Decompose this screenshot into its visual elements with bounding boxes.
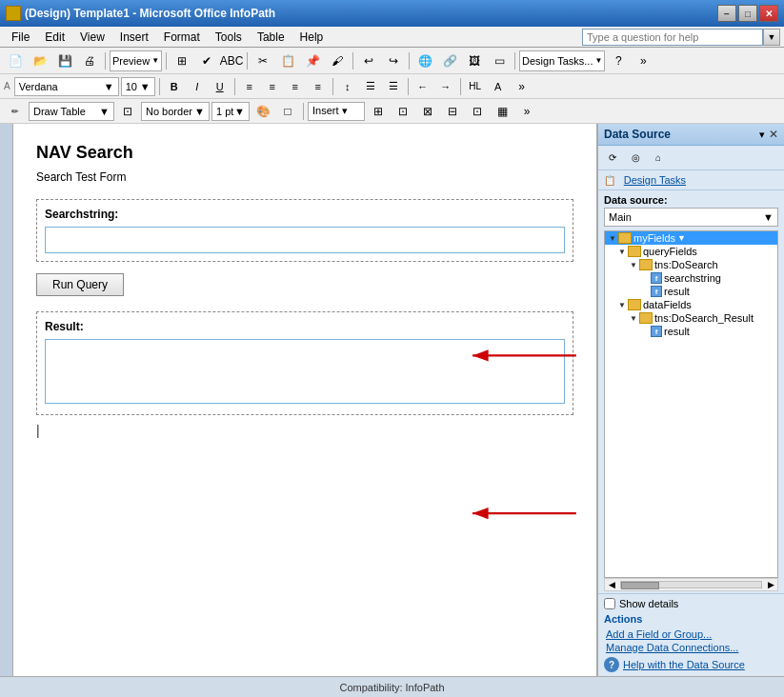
- result-textarea[interactable]: [45, 339, 565, 404]
- tbl-btn-6[interactable]: ▦: [491, 101, 513, 122]
- picture-button[interactable]: 🖼: [463, 50, 486, 71]
- font-size-dropdown[interactable]: 10 ▼: [121, 77, 155, 96]
- redo-button[interactable]: ↪: [382, 50, 405, 71]
- italic-button[interactable]: I: [187, 77, 208, 96]
- queryfields-expander-icon[interactable]: ▼: [616, 246, 628, 257]
- preview-dropdown[interactable]: Preview ▼: [110, 50, 162, 71]
- help-input[interactable]: [582, 29, 763, 46]
- scroll-track[interactable]: [620, 581, 762, 588]
- panel-pin-icon[interactable]: ▾: [759, 129, 765, 141]
- border-dropdown[interactable]: No border ▼: [141, 102, 210, 121]
- tbl-btn-4[interactable]: ⊟: [441, 101, 464, 122]
- save-button[interactable]: 💾: [53, 50, 76, 71]
- show-details-checkbox[interactable]: [604, 598, 615, 609]
- font-color-button[interactable]: A: [488, 77, 509, 96]
- format-painter-button[interactable]: 🖌: [326, 50, 349, 71]
- bold-button[interactable]: B: [164, 77, 185, 96]
- menu-insert[interactable]: Insert: [112, 29, 156, 46]
- tree-node-searchstring[interactable]: ▶ f searchstring: [605, 271, 777, 285]
- insert-dropdown[interactable]: Insert ▾: [308, 102, 365, 121]
- new-button[interactable]: 📄: [4, 50, 27, 71]
- datasource-dropdown[interactable]: Main ▼: [604, 208, 778, 227]
- tree-node-result-dosearch[interactable]: ▶ f result: [605, 285, 777, 298]
- tbl-btn-3[interactable]: ⊠: [416, 101, 439, 122]
- tns-dosearch-result-expander-icon[interactable]: ▼: [628, 312, 639, 324]
- myfields-expander-icon[interactable]: ▼: [607, 232, 618, 244]
- tb-btn-1[interactable]: ⊞: [171, 50, 193, 71]
- menu-table[interactable]: Table: [250, 29, 292, 46]
- draw-table-icon[interactable]: ✏: [4, 101, 27, 122]
- bullets-button[interactable]: ☰: [360, 77, 381, 96]
- menu-view[interactable]: View: [72, 29, 112, 46]
- datafields-expander-icon[interactable]: ▼: [616, 299, 628, 310]
- align-center-button[interactable]: ≡: [262, 77, 283, 96]
- design-tasks-link[interactable]: Design Tasks: [618, 172, 692, 188]
- font-name-dropdown[interactable]: Verdana ▼: [14, 77, 119, 96]
- hyperlink-button[interactable]: 🔗: [438, 50, 461, 71]
- open-button[interactable]: 📂: [29, 50, 51, 71]
- cut-button[interactable]: ✂: [251, 50, 274, 71]
- menu-help[interactable]: Help: [292, 29, 332, 46]
- close-button[interactable]: ✕: [759, 5, 778, 22]
- menu-edit[interactable]: Edit: [37, 29, 72, 46]
- numbering-button[interactable]: ☰: [383, 77, 404, 96]
- tree-node-myfields[interactable]: ▼ myFields ▼: [605, 231, 777, 245]
- manage-data-connections-link[interactable]: Manage Data Connections...: [604, 642, 778, 653]
- panel-home-button[interactable]: ⌂: [648, 149, 669, 168]
- searchstring-input[interactable]: [45, 227, 565, 253]
- align-left-button[interactable]: ≡: [239, 77, 260, 96]
- draw-table-dropdown[interactable]: Draw Table ▼: [29, 102, 114, 121]
- color-picker-button[interactable]: 🎨: [251, 101, 274, 122]
- scroll-right-button[interactable]: ▶: [764, 580, 777, 589]
- menu-file[interactable]: File: [4, 29, 37, 46]
- paste-button[interactable]: 📌: [301, 50, 324, 71]
- menu-tools[interactable]: Tools: [208, 29, 250, 46]
- help-question-button[interactable]: ?: [607, 50, 630, 71]
- table-border-btn[interactable]: □: [276, 101, 299, 122]
- form-canvas[interactable]: NAV Search Search Test Form Searchstring…: [13, 124, 597, 676]
- data-source-tree[interactable]: ▼ myFields ▼ ▼ queryFields ▼ tns:DoSearc…: [604, 230, 778, 578]
- menu-format[interactable]: Format: [156, 29, 208, 46]
- align-right-button[interactable]: ≡: [285, 77, 306, 96]
- tree-node-result-datafields[interactable]: ▶ f result: [605, 325, 777, 338]
- panel-close-button[interactable]: ✕: [769, 128, 778, 141]
- toolbar-overflow[interactable]: »: [632, 50, 654, 71]
- underline-button[interactable]: U: [210, 77, 231, 96]
- size-dropdown[interactable]: 1 pt ▼: [211, 102, 250, 121]
- add-field-group-link[interactable]: Add a Field or Group...: [604, 628, 778, 640]
- tree-node-queryfields[interactable]: ▼ queryFields: [605, 245, 777, 258]
- tns-dosearch-expander-icon[interactable]: ▼: [628, 259, 639, 270]
- print-button[interactable]: 🖨: [78, 50, 101, 71]
- line-spacing-button[interactable]: ↕: [337, 77, 358, 96]
- copy-button[interactable]: 📋: [276, 50, 299, 71]
- design-tasks-dropdown[interactable]: Design Tasks... ▼: [519, 50, 605, 71]
- tb-btn-2[interactable]: ✔: [195, 50, 218, 71]
- undo-button[interactable]: ↩: [357, 50, 380, 71]
- tbl-btn-2[interactable]: ⊡: [392, 101, 414, 122]
- tbl-overflow[interactable]: »: [515, 101, 538, 122]
- panel-refresh-button[interactable]: ⟳: [602, 149, 623, 168]
- web-button[interactable]: 🌐: [413, 50, 436, 71]
- run-query-button[interactable]: Run Query: [36, 273, 124, 296]
- maximize-button[interactable]: □: [738, 5, 757, 22]
- scroll-thumb[interactable]: [621, 582, 659, 589]
- minimize-button[interactable]: −: [717, 5, 736, 22]
- panel-view-button[interactable]: ◎: [625, 149, 646, 168]
- tb-btn-abc[interactable]: ABC: [220, 50, 243, 71]
- eraser-button[interactable]: ⊡: [116, 101, 139, 122]
- scroll-left-button[interactable]: ◀: [605, 580, 618, 589]
- highlight-button[interactable]: HL: [465, 77, 486, 96]
- outdent-button[interactable]: ←: [412, 77, 433, 96]
- align-justify-button[interactable]: ≡: [308, 77, 329, 96]
- tb-btn-5[interactable]: ▭: [488, 50, 511, 71]
- fmt-overflow[interactable]: »: [511, 76, 533, 97]
- tree-horizontal-scrollbar[interactable]: ◀ ▶: [604, 578, 778, 591]
- help-search-button[interactable]: ▼: [763, 29, 780, 46]
- tree-node-tns-dosearch-result[interactable]: ▼ tns:DoSearch_Result: [605, 311, 777, 325]
- help-datasource-link[interactable]: Help with the Data Source: [623, 659, 745, 670]
- tree-node-tns-dosearch[interactable]: ▼ tns:DoSearch: [605, 258, 777, 271]
- tbl-btn-5[interactable]: ⊡: [466, 101, 489, 122]
- tree-node-datafields[interactable]: ▼ dataFields: [605, 298, 777, 311]
- indent-button[interactable]: →: [435, 77, 456, 96]
- tbl-btn-1[interactable]: ⊞: [367, 101, 390, 122]
